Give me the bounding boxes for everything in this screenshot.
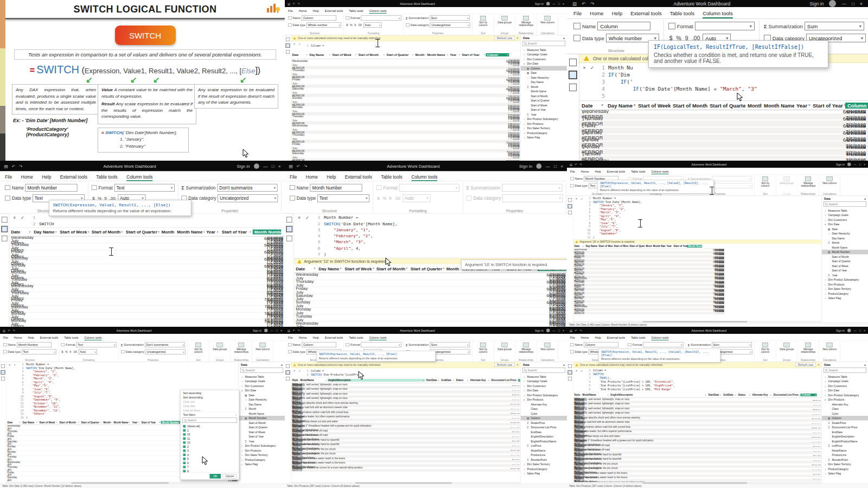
field-item[interactable]: Start of Week [521, 103, 567, 108]
field-item[interactable]: ▦Column [521, 66, 567, 71]
horizontal-scrollbar[interactable] [573, 321, 822, 323]
menu-tab[interactable]: Table tools [381, 175, 402, 181]
data-view-icon[interactable] [568, 371, 572, 375]
manage-relationships-button[interactable]: Manage relationships [800, 176, 816, 188]
formula-cancel-icon[interactable]: × [583, 65, 586, 99]
format-dropdown[interactable]: ▾ [643, 342, 683, 347]
field-item[interactable]: ProductLine [521, 453, 567, 458]
format-dropdown[interactable]: Text▾ [114, 183, 175, 191]
column-name-input[interactable]: Month Number [310, 183, 362, 191]
formula-cancel-icon[interactable]: × [298, 216, 301, 257]
format-dropdown[interactable]: ▾ [361, 342, 401, 347]
menu-tab[interactable]: Column tools [84, 336, 101, 340]
save-icon[interactable]: ▤ [4, 163, 8, 168]
report-view-icon[interactable] [286, 37, 290, 41]
sign-in-button[interactable]: Sign in [253, 329, 261, 332]
field-item[interactable]: ›ProductCategory [822, 291, 868, 296]
sign-in-button[interactable]: Sign in [836, 163, 845, 166]
data-groups-button[interactable]: Data groups [496, 342, 513, 351]
header-cell[interactable]: Day Name [309, 53, 331, 56]
menu-tab[interactable]: File [3, 336, 8, 340]
field-item[interactable]: Class [822, 407, 868, 411]
field-item[interactable]: EnglishDescription [822, 434, 868, 439]
close-button[interactable]: × [280, 329, 282, 332]
menu-tab[interactable]: Help [28, 336, 34, 340]
menu-tab[interactable]: Home [299, 9, 307, 14]
sort-by-column-button[interactable]: Sort by column [475, 342, 492, 354]
field-item[interactable]: ΣYear [239, 439, 285, 444]
format-dropdown[interactable]: ▾ [399, 183, 459, 191]
field-item[interactable]: Alternate Key [822, 402, 868, 407]
undo-icon[interactable]: ↶ [292, 329, 295, 332]
field-search-input[interactable]: Search [522, 41, 565, 46]
field-item[interactable]: Day Name [822, 236, 868, 241]
refresh-now-button[interactable]: Refresh now [494, 36, 515, 41]
data-category-dropdown[interactable]: Uncategorized▾ [430, 22, 470, 28]
filter-cancel-button[interactable]: Cancel [222, 474, 237, 479]
field-item[interactable]: ›Dim Product Subcategory [822, 277, 868, 282]
data-category-dropdown[interactable]: ▾ [712, 183, 752, 188]
menu-tab[interactable]: Help [612, 10, 623, 18]
formula-commit-icon[interactable]: ✓ [305, 216, 309, 257]
filter-check-item[interactable]: 1 [183, 428, 237, 433]
header-cell[interactable]: Start of Year [810, 103, 845, 109]
field-item[interactable]: ›Dim Sales Territory [521, 126, 567, 131]
header-cell[interactable]: Status [455, 379, 469, 382]
minimize-button[interactable]: — [841, 1, 846, 7]
decimal-places-input[interactable]: Auto▾ [403, 194, 430, 202]
dax-formula-input[interactable]: 1Column =2SWITCH('Dim Products'[ListPric… [304, 369, 521, 377]
field-item[interactable]: ›Dim Sales Territory [822, 287, 868, 291]
field-item[interactable]: ›Dim Product Subcategory [239, 443, 285, 448]
data-type-dropdown[interactable]: Whole number▾ [307, 22, 341, 28]
menu-tab[interactable]: Column tools [369, 9, 386, 14]
menu-tab[interactable]: Home [590, 10, 603, 18]
field-item[interactable]: ›Campaign Goals [822, 379, 868, 384]
dax-formula-input[interactable]: 1Month Nu2IF('Dim3 IF('4 IF('Dim Date'[M… [598, 64, 868, 99]
field-item[interactable]: ›Dim Product Subcategory [521, 393, 567, 398]
number-format-icon[interactable]: $ [377, 196, 379, 201]
avatar[interactable] [847, 162, 851, 166]
manage-relationships-button[interactable]: Manage relationships [800, 342, 816, 354]
field-item[interactable]: Start of Month [822, 255, 868, 259]
field-item[interactable]: ∨Dim Date [521, 61, 567, 66]
field-item[interactable]: ›Measures Table [521, 375, 567, 379]
checkbox-icon[interactable] [183, 433, 186, 436]
menu-tab[interactable]: Column tools [369, 336, 386, 340]
minimize-button[interactable]: — [546, 163, 550, 168]
field-item[interactable]: Start of Quarter [822, 259, 868, 264]
column-name-input[interactable]: Column [584, 342, 618, 347]
summarization-dropdown[interactable]: Don't summarize▾ [217, 183, 277, 191]
header-cell[interactable]: StartDate [425, 379, 441, 382]
header-cell[interactable]: Day Name [585, 245, 598, 248]
collapse-pane-icon[interactable]: » [864, 363, 866, 366]
refresh-now-button[interactable]: Refresh now [795, 363, 816, 367]
field-item[interactable]: ΣMonth [239, 407, 285, 411]
field-item[interactable]: ›Sales Flag [239, 462, 285, 467]
formula-commit-icon[interactable]: ✓ [298, 369, 301, 377]
field-item[interactable]: ›Sales Flag [822, 296, 868, 301]
redo-icon[interactable]: ↷ [304, 163, 308, 168]
header-cell[interactable]: EnglishDescription [610, 394, 707, 396]
menu-tab[interactable]: Help [42, 175, 51, 181]
header-cell[interactable]: Start of Quarter [386, 53, 414, 56]
number-format-icon[interactable]: 9 [354, 23, 356, 27]
sort-by-column-button[interactable]: Sort by column [757, 342, 774, 354]
field-item[interactable]: ›ProductCategory [521, 131, 567, 136]
menu-tab[interactable]: External tools [345, 175, 372, 181]
field-search-input[interactable]: Search [522, 367, 565, 373]
dismiss-warning-icon[interactable]: × [818, 364, 820, 367]
formula-cancel-icon[interactable]: × [293, 42, 295, 50]
formula-cancel-icon[interactable]: × [576, 369, 577, 391]
manage-relationships-button[interactable]: Manage relationships [518, 342, 534, 354]
redo-icon[interactable]: ↷ [12, 329, 15, 332]
field-item[interactable]: ›Date Hierarchy [521, 75, 567, 80]
filter-menu-item[interactable]: Sort ascending [181, 391, 239, 395]
dax-formula-input[interactable]: 1Column =2SWITCH(3 TRUE(),4 'Dim Product… [586, 369, 822, 391]
data-groups-button[interactable]: Data groups [212, 342, 228, 351]
header-cell[interactable]: Start of Week [39, 421, 59, 424]
model-view-icon[interactable] [286, 50, 290, 54]
header-cell[interactable]: Date [294, 266, 317, 271]
save-icon[interactable]: ▤ [570, 329, 572, 332]
field-item[interactable]: ›Date Hierarchy [239, 397, 285, 402]
header-cell[interactable]: Alternate Key [469, 379, 490, 382]
